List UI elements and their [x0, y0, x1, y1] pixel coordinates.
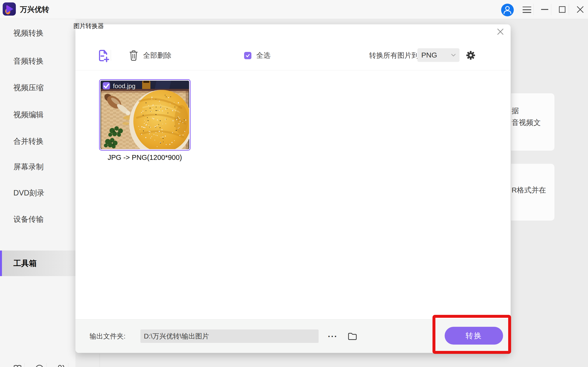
delete-all-label: 全部删除: [143, 51, 171, 60]
user-guide-book-icon[interactable]: [13, 364, 22, 367]
chevron-down-icon: [451, 54, 456, 57]
select-all-checkbox[interactable]: 全选: [244, 48, 270, 64]
select-all-label: 全选: [256, 51, 270, 60]
close-window-button[interactable]: [573, 0, 588, 19]
delete-all-button[interactable]: 全部删除: [129, 48, 171, 64]
titlebar-separator: [569, 4, 569, 15]
output-path-input[interactable]: [140, 329, 319, 343]
conversion-caption: JPG -> PNG(1200*900): [94, 154, 195, 162]
image-converter-dialog: 全部删除 全选 转换所有图片到: PNG: [75, 24, 511, 353]
file-checkbox-checked[interactable]: [103, 82, 110, 89]
food-thumbnail-image: [101, 81, 189, 149]
sidebar-item-toolbox[interactable]: 工具箱: [0, 251, 75, 276]
user-avatar-icon[interactable]: [501, 3, 514, 17]
title-bar: 万兴优转: [0, 0, 588, 19]
convert-to-label: 转换所有图片到:: [369, 48, 421, 64]
sidebar-footer-separator: [46, 363, 46, 367]
help-question-icon[interactable]: ?: [35, 364, 44, 367]
format-selected-value: PNG: [421, 51, 451, 59]
convert-button[interactable]: 转换: [445, 327, 503, 345]
community-users-icon[interactable]: [56, 364, 66, 367]
sidebar-item-audio-convert[interactable]: 音频转换: [0, 53, 75, 69]
app-title: 万兴优转: [20, 0, 49, 19]
sidebar-footer-separator: [24, 363, 25, 367]
sidebar-item-dvd-burn[interactable]: DVD刻录: [0, 185, 75, 201]
minimize-button[interactable]: [537, 0, 552, 19]
app-logo-icon: [2, 2, 16, 16]
toolbox-card-partial[interactable]: 据 音视频文: [511, 93, 554, 151]
sidebar: 视频转换 音频转换 视频压缩 视频编辑 合并转换 屏幕录制 DVD刻录 设备传输…: [0, 19, 75, 367]
toolbar-divider: [75, 70, 511, 70]
file-item-card[interactable]: food.jpg: [99, 79, 191, 151]
checkbox-checked-icon: [244, 52, 251, 59]
dialog-title: 图片转换器: [74, 22, 104, 30]
dialog-toolbar: 全部删除 全选 转换所有图片到: PNG: [75, 48, 511, 64]
sidebar-item-screen-record[interactable]: 屏幕录制: [0, 159, 75, 175]
maximize-button[interactable]: [555, 0, 570, 19]
sidebar-item-video-convert[interactable]: 视频转换: [0, 25, 75, 41]
sidebar-footer-separator: [68, 363, 68, 367]
browse-more-button[interactable]: ···: [324, 319, 341, 353]
titlebar-separator: [551, 4, 551, 15]
sidebar-item-video-edit[interactable]: 视频编辑: [0, 107, 75, 123]
sidebar-item-merge-convert[interactable]: 合并转换: [0, 134, 75, 149]
open-folder-icon[interactable]: [348, 331, 357, 341]
card-text: 音视频文: [512, 118, 553, 128]
toolbar-separator: [111, 50, 111, 61]
toolbox-card-partial[interactable]: R格式并在: [511, 164, 554, 221]
settings-gear-icon[interactable]: [466, 51, 475, 60]
dialog-close-icon[interactable]: [496, 27, 505, 36]
format-select[interactable]: PNG: [417, 48, 459, 62]
trash-icon: [129, 50, 138, 61]
menu-icon[interactable]: [523, 7, 531, 13]
card-text: 据: [512, 106, 553, 116]
background-panel-edge: [100, 354, 100, 367]
sidebar-item-video-compress[interactable]: 视频压缩: [0, 80, 75, 96]
sidebar-item-device-transfer[interactable]: 设备传输: [0, 212, 75, 227]
card-text: R格式并在: [512, 185, 553, 195]
titlebar-separator: [533, 4, 534, 15]
app-window: 万兴优转 视频转换 音频转换 视频压缩 视频编辑 合并转换 屏幕录制 DVD刻录…: [0, 0, 588, 367]
output-folder-label: 输出文件夹:: [90, 319, 126, 353]
dialog-footer: 输出文件夹: ··· 转换: [75, 319, 511, 353]
file-name: food.jpg: [113, 82, 136, 90]
